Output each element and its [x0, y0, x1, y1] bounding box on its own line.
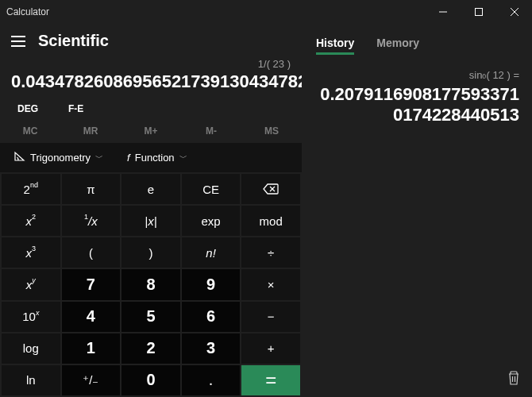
key-3[interactable]: 3: [182, 333, 241, 364]
angle-icon: [14, 151, 25, 164]
key-divide[interactable]: ÷: [241, 237, 300, 268]
maximize-button[interactable]: [461, 0, 496, 24]
key-0[interactable]: 0: [121, 365, 180, 395]
expression-display: 1/( 23 ): [0, 58, 302, 70]
fe-toggle[interactable]: F-E: [68, 103, 83, 114]
key-minus[interactable]: −: [241, 302, 300, 332]
key-multiply[interactable]: ×: [241, 269, 300, 299]
key-7[interactable]: 7: [62, 269, 121, 299]
key-ln[interactable]: ln: [2, 365, 60, 395]
key-8[interactable]: 8: [121, 269, 180, 299]
key-9[interactable]: 9: [182, 269, 241, 299]
key-rparen[interactable]: ): [121, 237, 180, 268]
memory-minus[interactable]: M-: [181, 125, 241, 137]
function-icon: f: [127, 152, 130, 164]
key-negate[interactable]: ⁺/₋: [62, 365, 121, 395]
history-expression: sin₀( 12 ) =: [314, 69, 519, 81]
key-ce[interactable]: CE: [182, 174, 241, 204]
key-5[interactable]: 5: [121, 302, 180, 332]
result-display: 0.043478260869565217391304347826 09: [0, 70, 302, 98]
key-abs[interactable]: |x|: [121, 206, 180, 236]
key-xy[interactable]: xy: [2, 269, 60, 299]
menu-icon[interactable]: [11, 36, 25, 47]
key-pi[interactable]: π: [62, 174, 121, 204]
key-log[interactable]: log: [2, 333, 60, 364]
key-decimal[interactable]: .: [182, 365, 241, 395]
minimize-button[interactable]: [425, 0, 461, 24]
memory-clear[interactable]: MC: [0, 125, 60, 137]
key-x2[interactable]: x2: [2, 206, 60, 236]
key-2[interactable]: 2: [121, 333, 180, 364]
window-title: Calculator: [6, 6, 49, 17]
key-plus[interactable]: +: [241, 333, 300, 364]
key-factorial[interactable]: n!: [182, 237, 241, 268]
mode-title: Scientific: [38, 32, 109, 50]
function-dropdown[interactable]: f Function ﹀: [127, 152, 187, 164]
clear-history-button[interactable]: [507, 370, 521, 389]
history-entry[interactable]: sin₀( 12 ) = 0.2079116908177593371 01742…: [314, 69, 519, 126]
memory-plus[interactable]: M+: [121, 125, 181, 137]
close-button[interactable]: [496, 0, 532, 24]
chevron-down-icon: ﹀: [179, 152, 187, 164]
key-mod[interactable]: mod: [241, 206, 300, 236]
key-2nd[interactable]: 2nd: [2, 174, 60, 204]
key-x3[interactable]: x3: [2, 237, 60, 268]
memory-store[interactable]: MS: [241, 125, 302, 137]
key-4[interactable]: 4: [62, 302, 121, 332]
deg-toggle[interactable]: DEG: [17, 103, 38, 114]
key-lparen[interactable]: (: [62, 237, 121, 268]
tab-memory[interactable]: Memory: [376, 37, 419, 55]
chevron-down-icon: ﹀: [95, 152, 103, 164]
key-10x[interactable]: 10x: [2, 302, 60, 332]
key-1[interactable]: 1: [62, 333, 121, 364]
key-backspace[interactable]: [241, 174, 300, 204]
key-e[interactable]: e: [121, 174, 180, 204]
trigonometry-dropdown[interactable]: Trigonometry ﹀: [14, 151, 103, 164]
key-6[interactable]: 6: [182, 302, 241, 332]
key-reciprocal[interactable]: 1/x: [62, 206, 121, 236]
memory-recall[interactable]: MR: [60, 125, 121, 137]
svg-rect-1: [475, 9, 482, 16]
history-result: 0.2079116908177593371 0174228440513: [314, 84, 519, 126]
key-equals[interactable]: =: [241, 365, 300, 395]
tab-history[interactable]: History: [316, 37, 354, 55]
key-exp[interactable]: exp: [182, 206, 241, 236]
